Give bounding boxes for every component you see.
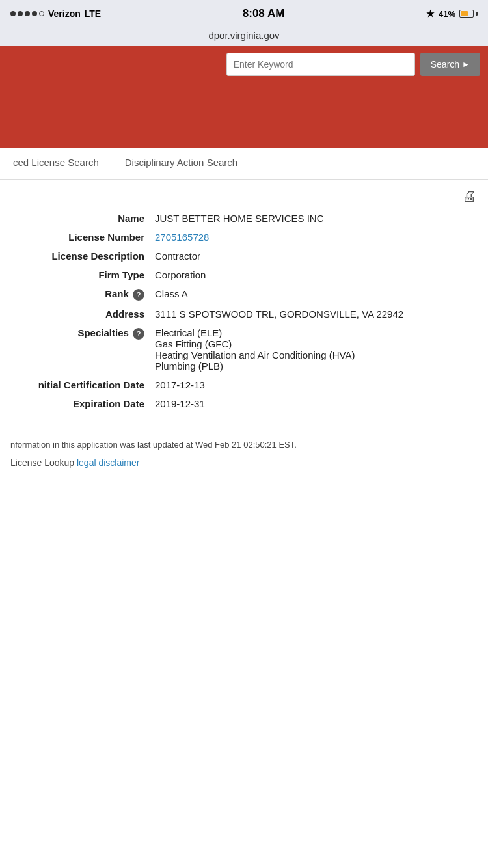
specialty-2: Gas Fitting (GFC) xyxy=(155,338,483,349)
status-time: 8:08 AM xyxy=(243,7,285,20)
specialties-value: Electrical (ELE) Gas Fitting (GFC) Heati… xyxy=(150,323,488,375)
print-icon[interactable]: 🖨 xyxy=(462,188,476,205)
init-cert-date-label: nitial Certification Date xyxy=(0,375,150,394)
specialty-4: Plumbing (PLB) xyxy=(155,360,483,372)
top-nav: Search ► xyxy=(0,46,488,83)
search-arrow-icon: ► xyxy=(462,60,470,69)
table-row-license-description: License Description Contractor xyxy=(0,247,488,265)
dot5 xyxy=(39,11,44,16)
network-label: LTE xyxy=(85,8,101,19)
tab-license-search-label: ced License Search xyxy=(13,157,99,168)
search-button[interactable]: Search ► xyxy=(420,53,480,76)
license-description-value: Contractor xyxy=(150,247,488,265)
status-left: Verizon LTE xyxy=(10,8,101,19)
init-cert-date-value: 2017-12-13 xyxy=(150,375,488,394)
dot4 xyxy=(32,11,37,16)
nav-tabs: ced License Search Disciplinary Action S… xyxy=(0,148,488,180)
name-label: Name xyxy=(0,209,150,228)
rank-help-icon[interactable]: ? xyxy=(133,289,144,301)
footer-lookup: License Lookup legal disclaimer xyxy=(10,457,478,468)
license-number-link[interactable]: 2705165728 xyxy=(155,232,209,243)
license-lookup-text: License Lookup xyxy=(10,457,74,468)
red-banner xyxy=(0,83,488,148)
dot2 xyxy=(18,11,23,16)
license-number-value: 2705165728 xyxy=(150,228,488,247)
table-row-init-cert-date: nitial Certification Date 2017-12-13 xyxy=(0,375,488,394)
firm-type-label: Firm Type xyxy=(0,265,150,284)
table-row-license-number: License Number 2705165728 xyxy=(0,228,488,247)
table-row-expiration-date: Expiration Date 2019-12-31 xyxy=(0,394,488,413)
address-label: Address xyxy=(0,305,150,323)
expiration-date-label: Expiration Date xyxy=(0,394,150,413)
dot1 xyxy=(10,11,16,16)
bluetooth-icon: ★ xyxy=(426,8,435,19)
battery-icon xyxy=(459,10,478,18)
specialties-help-icon[interactable]: ? xyxy=(133,328,144,340)
status-right: ★ 41% xyxy=(426,8,478,19)
rank-label: Rank ? xyxy=(0,284,150,305)
table-row-rank: Rank ? Class A xyxy=(0,284,488,305)
footer-update-text: nformation in this application was last … xyxy=(10,440,478,450)
battery-percent: 41% xyxy=(439,9,455,19)
tab-license-search[interactable]: ced License Search xyxy=(0,148,112,179)
signal-dots xyxy=(10,11,44,16)
address-value: 3111 S SPOTSWOOD TRL, GORDONSVILLE, VA 2… xyxy=(150,305,488,323)
search-button-label: Search xyxy=(431,59,459,70)
table-row-address: Address 3111 S SPOTSWOOD TRL, GORDONSVIL… xyxy=(0,305,488,323)
table-row-firm-type: Firm Type Corporation xyxy=(0,265,488,284)
footer: nformation in this application was last … xyxy=(0,427,488,487)
url-text: dpor.virginia.gov xyxy=(208,30,279,41)
specialty-3: Heating Ventilation and Air Conditioning… xyxy=(155,349,483,360)
search-input[interactable] xyxy=(226,53,415,76)
divider xyxy=(0,420,488,420)
table-row-name: Name JUST BETTER HOME SERVICES INC xyxy=(0,209,488,228)
firm-type-value: Corporation xyxy=(150,265,488,284)
name-value: JUST BETTER HOME SERVICES INC xyxy=(150,209,488,228)
tab-disciplinary-search-label: Disciplinary Action Search xyxy=(125,157,237,168)
specialties-label: Specialties ? xyxy=(0,323,150,375)
license-number-label: License Number xyxy=(0,228,150,247)
rank-value: Class A xyxy=(150,284,488,305)
license-details-table: Name JUST BETTER HOME SERVICES INC Licen… xyxy=(0,209,488,413)
table-row-specialties: Specialties ? Electrical (ELE) Gas Fitti… xyxy=(0,323,488,375)
print-bar: 🖨 xyxy=(0,180,488,209)
dot3 xyxy=(25,11,30,16)
carrier-label: Verizon xyxy=(48,8,81,19)
license-description-label: License Description xyxy=(0,247,150,265)
specialty-1: Electrical (ELE) xyxy=(155,327,483,338)
legal-disclaimer-link[interactable]: legal disclaimer xyxy=(77,457,139,468)
status-bar: Verizon LTE 8:08 AM ★ 41% xyxy=(0,0,488,27)
expiration-date-value: 2019-12-31 xyxy=(150,394,488,413)
tab-disciplinary-search[interactable]: Disciplinary Action Search xyxy=(112,148,251,179)
url-bar[interactable]: dpor.virginia.gov xyxy=(0,27,488,46)
